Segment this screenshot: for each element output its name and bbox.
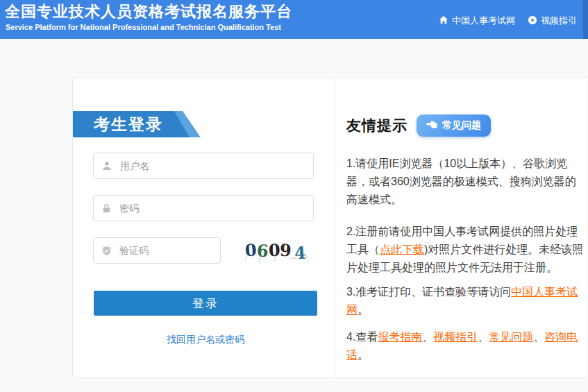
user-icon <box>101 160 112 171</box>
login-panel-title: 考生登录 <box>94 111 163 137</box>
tips-title: 友情提示 <box>346 116 408 135</box>
page-title: 全国专业技术人员资格考试报名服务平台 <box>5 1 292 22</box>
tip-item-4: 4.查看报考指南、视频指引、常见问题、咨询电话。 <box>346 328 585 364</box>
section-divider <box>334 78 335 377</box>
lock-icon <box>101 203 112 214</box>
tip-item-1: 1.请使用IE浏览器（10以上版本）、谷歌浏览器，或者360浏览器的极速模式、搜… <box>346 155 585 209</box>
captcha-digit: 9 <box>280 239 292 260</box>
video-guide-link[interactable]: 视频指引 <box>433 331 478 343</box>
login-button[interactable]: 登录 <box>94 291 317 316</box>
tip-item-2: 2.注册前请使用中国人事考试网提供的照片处理工具（点此下载)对照片文件进行处理。… <box>346 223 585 277</box>
login-panel: 考生登录 <box>73 78 334 377</box>
header: 全国专业技术人员资格考试报名服务平台 Service Platform for … <box>0 0 588 39</box>
captcha-field[interactable] <box>93 237 221 264</box>
download-tool-link[interactable]: 点此下载 <box>380 244 424 255</box>
home-icon <box>439 15 448 27</box>
nav-site-link[interactable]: 中国人事考试网 <box>439 15 515 27</box>
captcha-digit: 0 <box>268 239 280 260</box>
captcha-digits: 06094 <box>245 240 306 260</box>
tip-item-3: 3.准考证打印、证书查验等请访问中国人事考试网。 <box>346 283 585 319</box>
tips-panel: 友情提示 常见问题 1.请使用IE浏览器（10以上版本）、谷歌浏览器，或者360… <box>346 78 585 364</box>
nav-site-label: 中国人事考试网 <box>452 15 515 27</box>
captcha-input[interactable] <box>118 244 212 257</box>
tip-3-text: 3.准考证打印、证书查验等请访问 <box>346 286 511 298</box>
tip-4-sep-2: 、 <box>478 331 489 343</box>
captcha-image[interactable]: 06094 <box>238 234 313 266</box>
captcha-digit: 4 <box>294 242 306 263</box>
password-input[interactable] <box>118 202 305 214</box>
tip-4-text: 4.查看 <box>346 331 378 343</box>
exam-guide-link[interactable]: 报考指南 <box>378 331 422 343</box>
login-panel-ribbon: 考生登录 <box>73 111 202 137</box>
username-field[interactable] <box>93 153 314 179</box>
page-subtitle: Service Platform for National Profession… <box>6 23 281 31</box>
forgot-password-link[interactable]: 找回用户名或密码 <box>94 334 317 346</box>
tip-4-sep-3: 、 <box>533 331 544 343</box>
play-icon <box>528 15 537 27</box>
header-nav: 中国人事考试网 视频指引 <box>439 15 577 27</box>
username-input[interactable] <box>119 160 305 172</box>
main-card: 考生登录 <box>72 78 587 378</box>
captcha-digit: 6 <box>256 240 269 261</box>
tip-1-text: 1.请使用IE浏览器（10以上版本）、谷歌浏览器，或者360浏览器的极速模式、搜… <box>346 157 576 205</box>
password-field[interactable] <box>93 195 314 221</box>
tip-3-text-2: 。 <box>358 304 369 316</box>
tip-4-sep-1: 、 <box>422 331 433 343</box>
nav-video-label: 视频指引 <box>541 15 577 27</box>
pointing-hand-icon <box>426 120 437 131</box>
faq-button-label: 常见问题 <box>442 119 481 132</box>
faq-link[interactable]: 常见问题 <box>489 331 533 343</box>
captcha-digit: 0 <box>244 239 258 260</box>
tips-header: 友情提示 常见问题 <box>346 114 585 137</box>
faq-button[interactable]: 常见问题 <box>417 114 491 137</box>
shield-icon <box>101 246 112 256</box>
header-edge-strip <box>583 0 588 39</box>
tip-4-text-2: 。 <box>358 349 369 361</box>
nav-video-link[interactable]: 视频指引 <box>528 15 577 27</box>
